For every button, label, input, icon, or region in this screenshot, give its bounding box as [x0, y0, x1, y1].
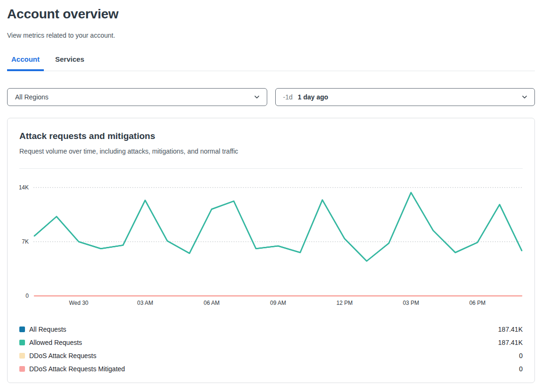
x-axis-tick-label: 03 PM: [403, 300, 419, 306]
x-axis-tick-label: 03 AM: [137, 300, 153, 306]
x-axis-tick-label: 12 PM: [337, 300, 353, 306]
legend-value: 0: [519, 352, 523, 359]
legend-row-1[interactable]: Allowed Requests187.41K: [19, 336, 523, 349]
card-title: Attack requests and mitigations: [19, 131, 523, 141]
time-range-shortcode: -1d: [283, 93, 293, 101]
time-range-select[interactable]: -1d 1 day ago: [275, 88, 535, 106]
page-subtitle: View metrics related to your account.: [7, 32, 535, 39]
legend-label: Allowed Requests: [29, 339, 82, 346]
attack-requests-chart: 07K14KWed 3003 AM06 AM09 AM12 PM03 PM06 …: [19, 178, 523, 312]
legend-value: 187.41K: [498, 326, 523, 333]
x-axis-tick-label: 06 AM: [204, 300, 220, 306]
time-range-value: 1 day ago: [298, 93, 521, 101]
region-select-value: All Regions: [15, 93, 254, 101]
legend-swatch-icon: [19, 327, 25, 332]
legend-row-3[interactable]: DDoS Attack Requests Mitigated0: [19, 362, 523, 376]
filter-bar: All Regions -1d 1 day ago: [7, 88, 535, 106]
legend-label: DDoS Attack Requests Mitigated: [29, 365, 125, 373]
y-axis-tick-label: 0: [25, 293, 29, 299]
page-title: Account overview: [7, 7, 535, 22]
chevron-down-icon: [521, 94, 528, 100]
y-axis-tick-label: 7K: [22, 238, 29, 245]
tab-account[interactable]: Account: [7, 55, 44, 71]
series-line-0: [34, 193, 522, 261]
chevron-down-icon: [254, 94, 260, 100]
chart-legend: All Requests187.41KAllowed Requests187.4…: [19, 323, 523, 376]
line-chart-svg: 07K14KWed 3003 AM06 AM09 AM12 PM03 PM06 …: [19, 178, 523, 312]
x-axis-tick-label: 09 AM: [270, 300, 286, 306]
legend-label: DDoS Attack Requests: [29, 352, 96, 359]
tab-account-label: Account: [11, 55, 40, 63]
card-subtitle: Request volume over time, including atta…: [19, 147, 523, 155]
tab-services[interactable]: Services: [51, 55, 89, 71]
series-line-1: [34, 193, 522, 261]
y-axis-tick-label: 14K: [19, 184, 29, 191]
attack-requests-card: Attack requests and mitigations Request …: [7, 118, 535, 383]
legend-label: All Requests: [29, 326, 66, 333]
legend-row-0[interactable]: All Requests187.41K: [19, 323, 523, 336]
x-axis-tick-label: Wed 30: [69, 300, 88, 306]
legend-value: 0: [519, 365, 523, 373]
legend-swatch-icon: [19, 340, 25, 345]
legend-row-2[interactable]: DDoS Attack Requests0: [19, 349, 523, 362]
tab-bar: Account Services: [7, 55, 535, 71]
x-axis-tick-label: 06 PM: [469, 300, 486, 306]
region-select[interactable]: All Regions: [7, 88, 267, 106]
legend-swatch-icon: [19, 353, 25, 359]
legend-value: 187.41K: [498, 339, 523, 346]
legend-swatch-icon: [19, 366, 25, 372]
card-divider: [19, 168, 523, 169]
tab-services-label: Services: [55, 55, 84, 63]
